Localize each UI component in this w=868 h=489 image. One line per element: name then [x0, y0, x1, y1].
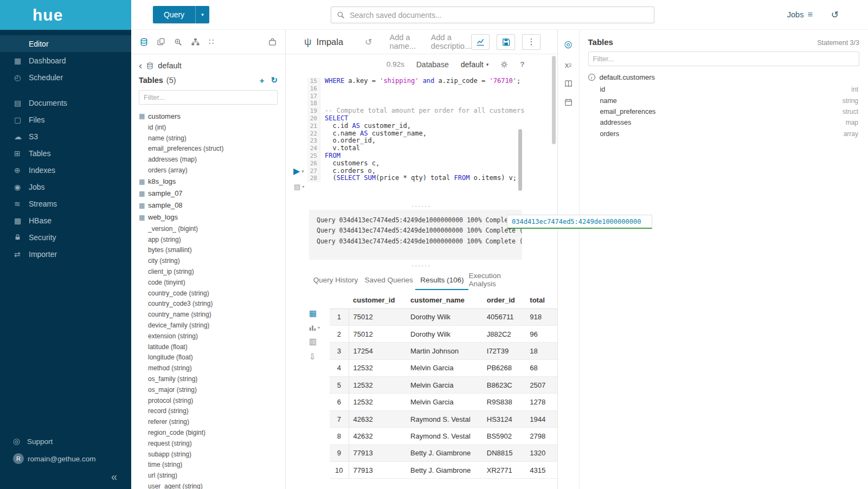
column-item[interactable]: url (string) [131, 470, 285, 481]
zoom-icon[interactable] [174, 38, 182, 46]
query-id-overlay[interactable]: 034d413ec7474ed5:4249de1000000000 [507, 215, 652, 229]
schedule-icon[interactable] [564, 98, 573, 106]
active-table-item[interactable]: i default.customers [588, 73, 860, 81]
column-item[interactable]: region_code (bigint) [131, 427, 285, 438]
column-item[interactable]: os_family (string) [131, 374, 285, 384]
column-item[interactable]: addresses (map) [131, 154, 285, 165]
settings-gear-icon[interactable] [500, 61, 508, 68]
sidebar-item-support[interactable]: ◎ Support [0, 433, 131, 450]
documents-copy-icon[interactable] [157, 38, 165, 46]
panel-scrollbar[interactable] [552, 56, 556, 144]
column-item[interactable]: record (string) [131, 406, 285, 417]
sidebar-item-importer[interactable]: ⇄Importer [0, 246, 131, 262]
column-item[interactable]: extension (string) [131, 331, 285, 342]
column-item[interactable]: os_major (string) [131, 384, 285, 395]
new-query-button[interactable]: Query ▾ [153, 6, 209, 23]
editor-scrollbar[interactable] [518, 129, 522, 191]
assistant-icon[interactable]: ◎ [564, 38, 573, 50]
column-item[interactable]: time (string) [131, 460, 285, 471]
breadcrumb-database[interactable]: default [158, 61, 182, 70]
query-description-field[interactable]: Add a descriptio... [431, 33, 471, 50]
sidebar-item-documents[interactable]: ▤Documents [0, 94, 131, 111]
column-item[interactable]: user_agent (string) [131, 481, 285, 489]
save-button[interactable] [497, 34, 515, 50]
assist-filter-input[interactable] [139, 90, 278, 105]
tab-query-history[interactable]: Query History [309, 271, 362, 290]
query-history-icon[interactable]: ↺ [365, 37, 372, 47]
column-item[interactable]: country_name (string) [131, 309, 285, 320]
tab-saved-queries[interactable]: Saved Queries [362, 271, 415, 290]
column-row-orders[interactable]: ordersarray [588, 128, 860, 139]
table-item-k8s_logs[interactable]: ▦k8s_logs [131, 176, 285, 188]
add-table-icon[interactable]: + [260, 76, 265, 85]
sidebar-item-security[interactable]: Security [0, 229, 131, 246]
columns-icon[interactable]: ▥ [309, 337, 317, 346]
table-item-customers[interactable]: ▦customers [131, 110, 285, 122]
query-dropdown-caret[interactable]: ▾ [195, 6, 209, 23]
apps-icon[interactable]: ∷ [209, 37, 214, 47]
column-item[interactable]: protocol (string) [131, 395, 285, 406]
tab-results-106-[interactable]: Results (106) [415, 271, 468, 290]
column-item[interactable]: email_preferences (struct) [131, 144, 285, 155]
column-item[interactable]: name (string) [131, 133, 285, 144]
column-row-name[interactable]: namestring [588, 95, 860, 106]
column-header-customer_name[interactable]: customer_name [406, 292, 483, 308]
sidebar-item-indexes[interactable]: ⊕Indexes [0, 162, 131, 178]
download-icon[interactable]: ⇩ [309, 352, 316, 362]
column-item[interactable]: app (string) [131, 234, 285, 245]
column-row-email_preferences[interactable]: email_preferencesstruct [588, 106, 860, 117]
right-filter-input[interactable] [588, 52, 860, 66]
column-item[interactable]: code (tinyint) [131, 277, 285, 288]
more-actions-button[interactable]: ⋮ [522, 34, 541, 50]
table-item-sample_07[interactable]: ▦sample_07 [131, 188, 285, 200]
column-header-customer_id[interactable]: customer_id [349, 292, 406, 308]
column-item[interactable]: longitude (float) [131, 352, 285, 363]
sidebar-item-streams[interactable]: ≋Streams [0, 195, 131, 212]
resize-handle-top[interactable] [286, 200, 557, 209]
database-select[interactable]: default ▾ [461, 60, 489, 69]
help-icon[interactable]: ? [520, 60, 524, 68]
sitemap-icon[interactable] [191, 38, 200, 46]
column-item[interactable]: method (string) [131, 363, 285, 374]
column-item[interactable]: id (int) [131, 122, 285, 133]
jobs-link[interactable]: Jobs ≡ [787, 10, 813, 20]
databases-icon[interactable] [140, 38, 148, 46]
tab-execution-analysis[interactable]: Execution Analysis [468, 271, 522, 290]
format-button[interactable]: ▤ ▾ [294, 183, 304, 191]
bag-icon[interactable] [268, 38, 277, 46]
column-item[interactable]: referer (string) [131, 416, 285, 427]
query-name-field[interactable]: Add a name... [389, 33, 415, 50]
column-item[interactable]: _version_ (bigint) [131, 223, 285, 234]
sidebar-item-dashboard[interactable]: ▦Dashboard [0, 52, 131, 69]
chart-button[interactable] [471, 34, 490, 50]
search-input[interactable] [350, 11, 648, 20]
functions-icon[interactable]: x2 [565, 60, 572, 69]
sidebar-item-files[interactable]: ▢Files [0, 111, 131, 128]
sidebar-item-jobs[interactable]: ◉Jobs [0, 178, 131, 195]
column-item[interactable]: subapp (string) [131, 449, 285, 460]
sidebar-item-scheduler[interactable]: ◴Scheduler [0, 69, 131, 86]
column-item[interactable]: orders (array) [131, 165, 285, 176]
run-query-button[interactable]: ▶ ▾ [293, 167, 304, 176]
engine-selector[interactable]: ψ Impala [304, 36, 343, 48]
history-icon[interactable]: ↺ [831, 9, 839, 21]
sidebar-item-editor[interactable]: Editor [0, 35, 131, 52]
column-row-addresses[interactable]: addressesmap [588, 117, 860, 128]
column-row-id[interactable]: idint [588, 84, 860, 95]
sidebar-collapse-button[interactable]: « [0, 471, 131, 482]
sidebar-item-s3[interactable]: ☁S3 [0, 128, 131, 145]
column-item[interactable]: client_ip (string) [131, 266, 285, 277]
column-header-total[interactable]: total [525, 292, 557, 308]
sidebar-item-user[interactable]: R romain@gethue.com [0, 450, 131, 467]
chart-picker-icon[interactable]: ▾ [309, 324, 320, 331]
resize-handle-bottom[interactable] [286, 260, 557, 268]
column-item[interactable]: latitude (float) [131, 342, 285, 352]
column-item[interactable]: country_code (string) [131, 288, 285, 299]
grid-icon[interactable]: ▦ [309, 308, 317, 318]
refresh-icon[interactable]: ↻ [271, 75, 278, 85]
column-header-order_id[interactable]: order_id [483, 292, 526, 308]
column-item[interactable]: city (string) [131, 255, 285, 266]
table-item-web_logs[interactable]: ▦web_logs [131, 211, 285, 223]
query-button-label[interactable]: Query [153, 6, 195, 23]
language-reference-icon[interactable] [564, 80, 573, 88]
